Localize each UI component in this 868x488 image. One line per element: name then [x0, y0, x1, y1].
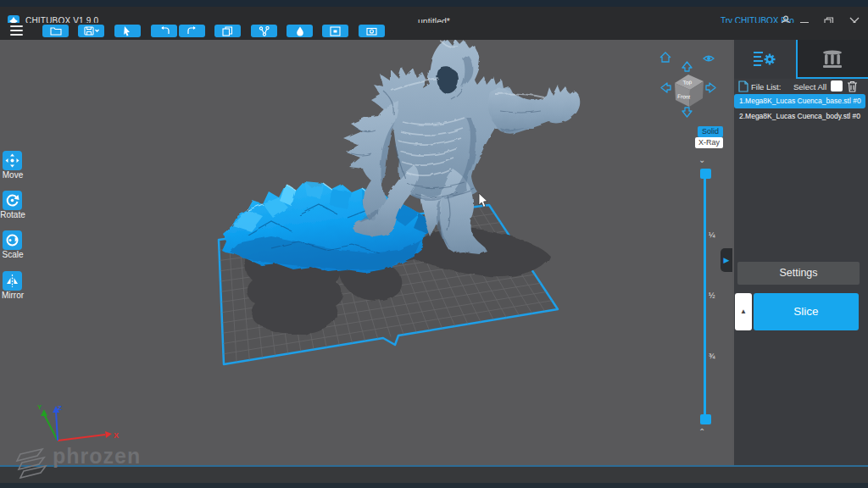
- scale-tool-button[interactable]: [3, 230, 22, 250]
- rotate-tool-button[interactable]: [3, 191, 22, 210]
- rotate-tool-label: Rotate: [0, 210, 25, 219]
- svg-text:Y: Y: [37, 403, 42, 411]
- settings-button[interactable]: Settings: [737, 262, 860, 285]
- file-list-icon: [738, 80, 748, 92]
- delete-trash-icon[interactable]: [847, 80, 858, 92]
- slice-expand-button[interactable]: ▲: [735, 293, 752, 330]
- mirror-tool-label: Mirror: [0, 291, 25, 300]
- file-row-selected[interactable]: 1.Mega8K_Lucas Cuenca_base.stl #0: [734, 94, 865, 108]
- top-strip: [0, 0, 868, 7]
- file-list-header: File List: Select All: [734, 80, 868, 94]
- view-nav-cluster: Top Front: [660, 53, 715, 117]
- save-button[interactable]: [78, 25, 104, 37]
- file-settings-icon: [753, 50, 778, 69]
- rotate-down-arrow: [682, 108, 692, 117]
- rotate-up-arrow: [682, 62, 692, 71]
- eye-icon: [704, 56, 714, 61]
- view-cube: Top Front: [675, 75, 704, 107]
- undo-button[interactable]: [151, 25, 177, 37]
- select-button[interactable]: [114, 25, 141, 37]
- layer-slider-bottom-handle[interactable]: [700, 414, 711, 424]
- toolbar: [0, 23, 868, 40]
- slice-button[interactable]: Slice: [754, 293, 859, 330]
- svg-text:Z: Z: [58, 404, 62, 412]
- open-file-button[interactable]: [42, 25, 69, 37]
- move-tool-button[interactable]: [3, 151, 22, 170]
- slider-mark-threequarter: ¾: [709, 352, 722, 360]
- mirror-icon: [5, 274, 19, 288]
- model-creature: [344, 40, 580, 254]
- rotate-icon: [5, 193, 19, 208]
- slider-collapse-chevron[interactable]: ⌄: [698, 157, 705, 164]
- axis-indicator: X Y Z: [37, 403, 119, 441]
- tab-support[interactable]: [797, 40, 868, 77]
- panel-collapse-handle[interactable]: ▶: [721, 248, 732, 272]
- titlebar: CHITUBOX V1.9.0 untitled* Try CHITUBOX P…: [0, 7, 868, 23]
- move-icon: [5, 153, 19, 168]
- file-list-label: File List:: [751, 82, 781, 92]
- select-all-checkbox[interactable]: [831, 80, 843, 92]
- rotate-right-arrow: [706, 83, 715, 92]
- redo-button[interactable]: [179, 25, 205, 37]
- svg-text:X: X: [114, 431, 119, 440]
- home-icon: [660, 53, 670, 62]
- svg-text:Front: Front: [677, 93, 691, 100]
- move-tool-label: Move: [0, 170, 25, 180]
- slider-mark-half: ½: [709, 291, 722, 300]
- panel-tabs: [734, 40, 868, 79]
- layer-slider-top-handle[interactable]: [700, 169, 711, 179]
- status-bar: [0, 467, 868, 483]
- scale-tool-label: Scale: [0, 250, 25, 259]
- select-all-label: Select All: [793, 82, 826, 92]
- slider-expand-chevron[interactable]: ⌃: [698, 429, 705, 435]
- copy-button[interactable]: [214, 25, 241, 37]
- viewport-3d[interactable]: Top Front X Y Z Move Rotat: [0, 40, 732, 466]
- scale-icon: [5, 233, 19, 247]
- hollow-button[interactable]: [322, 25, 348, 37]
- bottom-strip: [0, 483, 868, 488]
- resin-drop-button[interactable]: [287, 25, 313, 37]
- punch-hole-button[interactable]: [359, 25, 385, 37]
- panel-collapse-arrow-icon: ▶: [724, 256, 730, 264]
- support-pillar-icon: [821, 50, 844, 69]
- mode-xray-button[interactable]: X-Ray: [695, 137, 723, 148]
- layer-slider-track[interactable]: [704, 174, 706, 421]
- rotate-left-arrow: [661, 83, 670, 92]
- chitubox-window: CHITUBOX V1.9.0 untitled* Try CHITUBOX P…: [0, 0, 868, 488]
- mirror-tool-button[interactable]: [3, 271, 22, 291]
- mode-solid-button[interactable]: Solid: [698, 126, 723, 137]
- slider-mark-quarter: ¼: [709, 230, 722, 239]
- tab-file-settings[interactable]: [734, 40, 797, 79]
- support-button[interactable]: [251, 25, 277, 37]
- scene-3d: Top Front X Y Z: [0, 40, 732, 466]
- right-panel: File List: Select All 1.Mega8K_Lucas Cue…: [734, 40, 868, 466]
- file-row[interactable]: 2.Mega8K_Lucas Cuenca_body.stl #0: [734, 109, 865, 124]
